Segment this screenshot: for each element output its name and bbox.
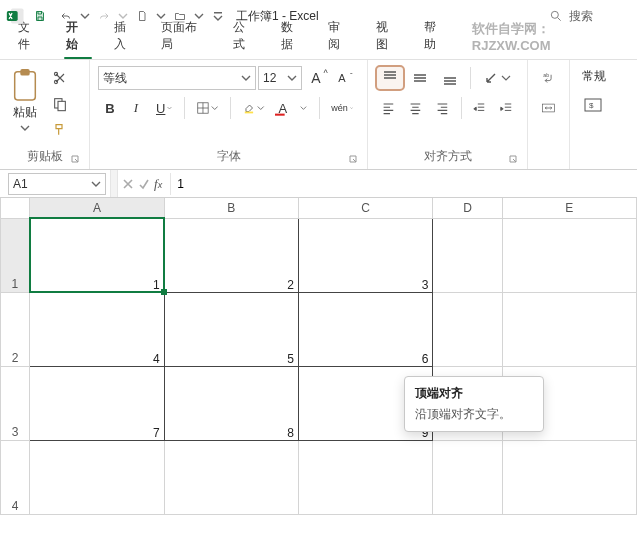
increase-indent-button[interactable] xyxy=(494,96,519,120)
tab-page-layout[interactable]: 页面布局 xyxy=(151,15,219,59)
cell-B1[interactable]: 2 xyxy=(164,218,298,292)
cell-A2[interactable]: 4 xyxy=(30,292,164,366)
col-header-B[interactable]: B xyxy=(164,198,298,218)
phonetic-button[interactable]: wén xyxy=(325,96,359,120)
group-label: 对齐方式 xyxy=(376,146,519,167)
tooltip-body: 沿顶端对齐文字。 xyxy=(415,406,533,423)
separator xyxy=(319,97,320,119)
cell-A1[interactable]: 1 xyxy=(30,218,164,292)
decrease-font-button[interactable]: Aˇ xyxy=(330,66,354,90)
underline-button[interactable]: U xyxy=(150,96,178,120)
svg-rect-11 xyxy=(245,112,253,114)
group-clipboard: 粘贴 剪贴板 xyxy=(0,60,90,169)
tab-view[interactable]: 视图 xyxy=(366,15,410,59)
row-header-1[interactable]: 1 xyxy=(1,218,30,292)
align-center-button[interactable] xyxy=(403,96,428,120)
paste-label: 粘贴 xyxy=(13,104,37,121)
col-header-C[interactable]: C xyxy=(299,198,433,218)
col-header-A[interactable]: A xyxy=(30,198,164,218)
enter-formula-icon[interactable] xyxy=(138,178,150,190)
select-all-corner[interactable] xyxy=(1,198,30,218)
separator xyxy=(230,97,231,119)
group-label: 剪贴板 xyxy=(8,146,81,167)
tab-formulas[interactable]: 公式 xyxy=(223,15,267,59)
dialog-launcher-icon[interactable] xyxy=(69,153,81,165)
cell-D4[interactable] xyxy=(433,440,502,514)
row-header-2[interactable]: 2 xyxy=(1,292,30,366)
namebox-resize-handle[interactable] xyxy=(110,170,118,197)
cell-E1[interactable] xyxy=(502,218,636,292)
row-header-3[interactable]: 3 xyxy=(1,366,30,440)
orientation-button[interactable] xyxy=(477,66,517,90)
row-header-4[interactable]: 4 xyxy=(1,440,30,514)
align-top-button[interactable] xyxy=(376,66,404,90)
cell-D1[interactable] xyxy=(433,218,502,292)
fill-color-button[interactable] xyxy=(237,96,270,120)
group-alignment: 对齐方式 xyxy=(368,60,528,169)
cell-E4[interactable] xyxy=(502,440,636,514)
font-name-select[interactable]: 等线 xyxy=(98,66,256,90)
cell-E2[interactable] xyxy=(502,292,636,366)
svg-text:ab: ab xyxy=(543,72,549,78)
tooltip-align-top: 顶端对齐 沿顶端对齐文字。 xyxy=(404,376,544,432)
font-size-select[interactable]: 12 xyxy=(258,66,302,90)
cell-C2[interactable]: 6 xyxy=(299,292,433,366)
separator xyxy=(184,97,185,119)
cut-button[interactable] xyxy=(46,66,74,90)
col-header-E[interactable]: E xyxy=(502,198,636,218)
copy-button[interactable] xyxy=(46,92,74,116)
svg-rect-9 xyxy=(58,101,65,110)
tab-review[interactable]: 审阅 xyxy=(318,15,362,59)
borders-button[interactable] xyxy=(191,96,224,120)
wrap-text-button[interactable]: ab xyxy=(536,66,561,90)
chevron-down-icon xyxy=(91,179,101,189)
font-size-value: 12 xyxy=(263,71,276,85)
tab-data[interactable]: 数据 xyxy=(271,15,315,59)
italic-button[interactable]: I xyxy=(124,96,148,120)
cell-A3[interactable]: 7 xyxy=(30,366,164,440)
cancel-formula-icon[interactable] xyxy=(122,178,134,190)
col-header-D[interactable]: D xyxy=(433,198,502,218)
align-left-button[interactable] xyxy=(376,96,401,120)
chevron-down-icon xyxy=(211,103,218,113)
group-number: 常规 $ xyxy=(570,60,637,169)
dialog-launcher-icon[interactable] xyxy=(347,153,359,165)
ribbon-tabs: 文件 开始 插入 页面布局 公式 数据 审阅 视图 帮助 软件自学网：RJZXW… xyxy=(0,32,637,60)
tab-insert[interactable]: 插入 xyxy=(104,15,148,59)
merge-cells-button[interactable] xyxy=(536,96,561,120)
spreadsheet-grid[interactable]: A B C D E 1 1 2 3 2 4 5 6 3 7 8 9 xyxy=(0,198,637,515)
align-middle-button[interactable] xyxy=(406,66,434,90)
cell-A4[interactable] xyxy=(30,440,164,514)
group-wrap-merge: ab xyxy=(528,60,570,169)
group-label-empty xyxy=(578,149,629,167)
cell-C1[interactable]: 3 xyxy=(299,218,433,292)
format-painter-button[interactable] xyxy=(46,118,74,142)
svg-rect-1 xyxy=(7,11,18,21)
align-right-button[interactable] xyxy=(430,96,455,120)
dialog-launcher-icon[interactable] xyxy=(507,153,519,165)
cell-B4[interactable] xyxy=(164,440,298,514)
bold-button[interactable]: B xyxy=(98,96,122,120)
chevron-down-icon xyxy=(501,73,511,83)
group-label: 字体 xyxy=(98,146,359,167)
cell-B3[interactable]: 8 xyxy=(164,366,298,440)
cell-D2[interactable] xyxy=(433,292,502,366)
paste-button[interactable]: 粘贴 xyxy=(8,66,42,142)
accounting-format-button[interactable]: $ xyxy=(578,93,608,117)
font-color-button[interactable]: A xyxy=(273,96,313,120)
tab-home[interactable]: 开始 xyxy=(56,15,100,59)
name-box-value: A1 xyxy=(13,177,28,191)
cell-C4[interactable] xyxy=(299,440,433,514)
decrease-indent-button[interactable] xyxy=(467,96,492,120)
formula-input[interactable] xyxy=(170,173,637,195)
fx-icon[interactable]: fx xyxy=(154,176,162,192)
chevron-down-icon xyxy=(350,103,353,113)
formula-bar: A1 fx xyxy=(0,170,637,198)
align-bottom-button[interactable] xyxy=(436,66,464,90)
number-format-label[interactable]: 常规 xyxy=(578,66,610,87)
name-box[interactable]: A1 xyxy=(8,173,106,195)
increase-font-button[interactable]: A^ xyxy=(304,66,328,90)
cell-B2[interactable]: 5 xyxy=(164,292,298,366)
separator xyxy=(470,67,471,89)
tab-help[interactable]: 帮助 xyxy=(414,15,458,59)
